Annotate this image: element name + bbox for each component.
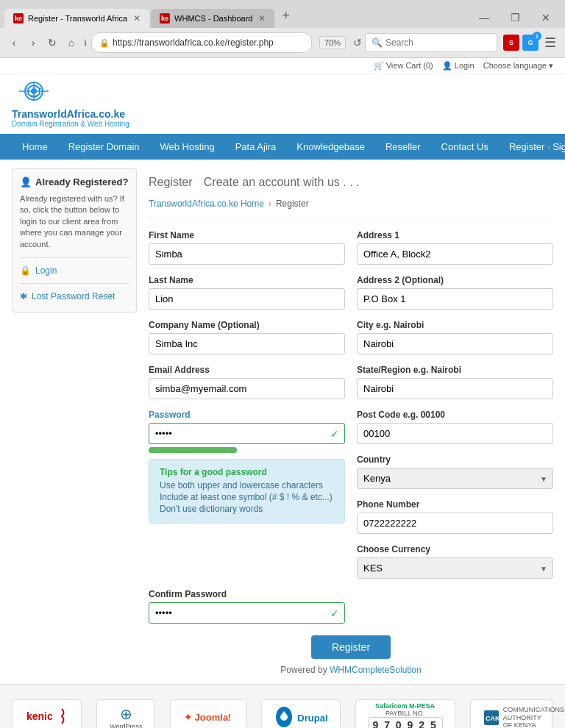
login-text: Login: [455, 61, 475, 70]
sidebar-title: 👤 Already Registered?: [20, 176, 129, 188]
new-tab-button[interactable]: +: [274, 4, 297, 28]
cart-text: View Cart (0): [386, 61, 433, 70]
address2-label: Address 2 (Optional): [357, 275, 553, 285]
main-layout: 👤 Already Registered? Already registered…: [0, 160, 565, 684]
last-name-input[interactable]: [149, 288, 345, 310]
tip-2: Include at least one symbol (# $ ! % & e…: [160, 492, 334, 502]
forward-button[interactable]: ›: [25, 35, 41, 51]
nav-home[interactable]: Home: [12, 134, 58, 160]
phone-input[interactable]: [357, 513, 553, 534]
tab-favicon-2: ke: [160, 13, 170, 24]
breadcrumb-home[interactable]: TransworldAfrica.co.ke Home: [149, 199, 264, 209]
country-select[interactable]: Kenya Tanzania Uganda: [357, 468, 553, 489]
lock-icon-sidebar: 🔒: [20, 265, 31, 276]
currency-select[interactable]: KES USD GBP: [357, 557, 553, 579]
company-input[interactable]: [149, 333, 345, 354]
currency-label: Choose Currency: [357, 544, 553, 554]
nav-register-domain[interactable]: Register Domain: [58, 134, 150, 160]
site-logo[interactable]: TransworldAfrica.co.ke Domain Registrati…: [12, 80, 129, 128]
password-label: Password: [149, 410, 345, 420]
form-row-confirm: Confirm Password ✓: [149, 589, 553, 624]
search-input[interactable]: [385, 38, 459, 48]
close-window-button[interactable]: ✕: [531, 7, 561, 28]
city-input[interactable]: [357, 333, 553, 354]
home-button[interactable]: ⌂: [63, 35, 79, 51]
cak-logo: CAK COMMUNICATIONS AUTHORITY OF KENYA: [470, 699, 552, 728]
sidebar: 👤 Already Registered? Already registered…: [12, 168, 137, 675]
zoom-level[interactable]: 70%: [319, 36, 346, 49]
tab-close-2[interactable]: ✕: [258, 13, 266, 24]
sidebar-divider-2: [20, 283, 129, 284]
tip-1: Use both upper and lowercase characters: [160, 480, 334, 490]
state-group: State/Region e.g. Nairobi: [357, 365, 553, 399]
address2-input[interactable]: [357, 288, 553, 310]
login-link[interactable]: 👤 Login: [442, 61, 475, 71]
email-input[interactable]: [149, 378, 345, 399]
whmcs-link[interactable]: WHMCompleteSolution: [330, 665, 422, 675]
confirm-password-wrapper: ✓: [149, 602, 345, 624]
form-row-1: First Name Address 1: [149, 230, 553, 265]
address-bar[interactable]: 🔒 https://transworldafrica.co.ke/registe…: [91, 32, 312, 53]
country-select-wrapper: Kenya Tanzania Uganda ▼: [357, 468, 553, 489]
tab-register[interactable]: ke Register - Transworld Africa ✕: [4, 9, 149, 28]
nav-contact-us[interactable]: Contact Us: [431, 134, 499, 160]
confirm-password-group: Confirm Password ✓: [149, 589, 345, 624]
register-subtitle: Create an account with us . . .: [204, 176, 360, 188]
breadcrumb-current: Register: [276, 199, 309, 209]
address2-group: Address 2 (Optional): [357, 275, 553, 310]
address1-input[interactable]: [357, 243, 553, 265]
cak-svg: CAK: [483, 709, 500, 727]
city-group: City e.g. Nairobi: [357, 320, 553, 354]
confirm-password-input[interactable]: [149, 602, 345, 624]
cart-link[interactable]: 🛒 View Cart (0): [374, 61, 433, 71]
form-row-5: Password ✓ Tips for a good password Use …: [149, 410, 553, 579]
svg-point-8: [280, 713, 288, 721]
register-section: Register Create an account with us . . .…: [149, 168, 553, 675]
state-input[interactable]: [357, 378, 553, 399]
info-icon[interactable]: ℹ: [84, 38, 87, 48]
reload-button[interactable]: ↻: [44, 35, 60, 51]
language-link[interactable]: Choose language ▾: [483, 61, 553, 71]
extension-icon-2[interactable]: G 1: [522, 35, 539, 51]
nav-web-hosting[interactable]: Web Hosting: [150, 134, 225, 160]
postcode-input[interactable]: [357, 423, 553, 444]
nav-pata-ajira[interactable]: Pata Ajira: [225, 134, 287, 160]
joomla-svg: ✦ Joomla!: [182, 706, 234, 728]
nav-knowledgebase[interactable]: Knowledgebase: [286, 134, 375, 160]
breadcrumb: TransworldAfrica.co.ke Home › Register: [149, 196, 553, 218]
logo-name: TransworldAfrica.co.ke: [12, 108, 125, 120]
browser-menu-button[interactable]: ☰: [541, 33, 559, 52]
password-input-wrapper: ✓: [149, 423, 345, 444]
first-name-label: First Name: [149, 230, 345, 240]
confirm-check-icon: ✓: [330, 607, 339, 619]
browser-search-bar[interactable]: 🔍: [365, 33, 497, 52]
powered-by: Powered by WHMCompleteSolution: [149, 665, 553, 675]
nav-reseller[interactable]: Reseller: [375, 134, 431, 160]
sidebar-lost-password-link[interactable]: ✱ Lost Password Reset: [20, 288, 129, 304]
first-name-input[interactable]: [149, 243, 345, 265]
minimize-button[interactable]: —: [469, 7, 499, 28]
nav-register-signin[interactable]: Register · Sign in ▾: [499, 134, 565, 160]
tab-title-1: Register - Transworld Africa: [28, 14, 127, 23]
back-button[interactable]: ‹: [6, 35, 22, 51]
postcode-group: Post Code e.g. 00100: [357, 410, 553, 444]
kenic-svg: kenic: [25, 705, 69, 727]
tab-favicon-1: ke: [13, 13, 24, 24]
address1-label: Address 1: [357, 230, 553, 240]
maximize-button[interactable]: ❐: [500, 7, 530, 28]
tab-close-1[interactable]: ✕: [133, 13, 141, 24]
form-row-4: Email Address State/Region e.g. Nairobi: [149, 365, 553, 399]
wp-text: WordPress: [110, 723, 142, 728]
wordpress-logo: ⊕ WordPress: [96, 699, 155, 728]
sidebar-login-link[interactable]: 🔒 Login: [20, 263, 129, 279]
password-input[interactable]: [149, 423, 345, 444]
company-group: Company Name (Optional): [149, 320, 345, 354]
refresh-icon[interactable]: ↺: [353, 37, 362, 49]
paybill-number: 9 7 0 9 2 5: [368, 717, 443, 728]
extension-icon-1[interactable]: S: [503, 35, 519, 51]
tips-title: Tips for a good password: [160, 467, 334, 477]
register-button[interactable]: Register: [311, 635, 391, 659]
logo-tagline: Domain Registration & Web Hosting: [12, 120, 129, 128]
tab-title-2: WHMCS - Dashboard: [174, 14, 252, 23]
tab-whmcs[interactable]: ke WHMCS - Dashboard ✕: [151, 9, 274, 28]
